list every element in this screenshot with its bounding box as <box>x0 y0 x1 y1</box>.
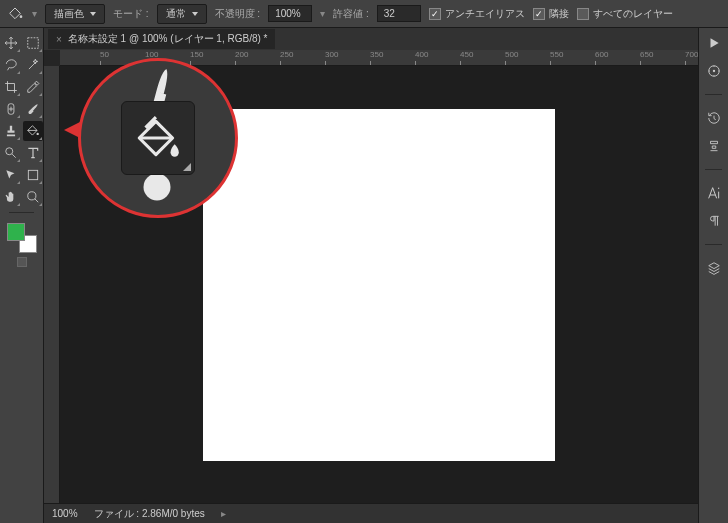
fill-source-dropdown[interactable]: 描画色 <box>45 4 105 24</box>
document-tab[interactable]: × 名称未設定 1 @ 100% (レイヤー 1, RGB/8) * <box>48 29 275 49</box>
all-layers-label: すべてのレイヤー <box>593 7 673 21</box>
status-bar: 100% ファイル : 2.86M/0 bytes ▸ <box>44 503 698 523</box>
type-tool[interactable] <box>23 143 43 163</box>
layers-panel-icon[interactable] <box>705 259 723 277</box>
ruler-tick: 600 <box>595 50 608 59</box>
svg-rect-1 <box>27 38 38 49</box>
path-tool[interactable] <box>1 165 21 185</box>
svg-point-9 <box>144 174 171 201</box>
svg-point-3 <box>36 133 38 135</box>
ruler-tick: 350 <box>370 50 383 59</box>
dodge-tool[interactable] <box>1 143 21 163</box>
color-swatches[interactable] <box>7 223 37 253</box>
opacity-label: 不透明度 : <box>215 7 261 21</box>
tolerance-input[interactable]: 32 <box>377 5 421 22</box>
brush-tool[interactable] <box>23 99 43 119</box>
canvas[interactable] <box>203 109 555 461</box>
play-icon[interactable] <box>705 34 723 52</box>
quick-mask-toggle[interactable] <box>17 257 27 267</box>
zoom-level[interactable]: 100% <box>52 508 78 519</box>
file-info-value: 2.86M/0 bytes <box>142 508 205 519</box>
file-info-label: ファイル : <box>94 508 140 519</box>
paint-bucket-tool[interactable] <box>23 121 43 141</box>
eyedropper-tool[interactable] <box>23 77 43 97</box>
wand-tool[interactable] <box>23 55 43 75</box>
ruler-tick: 450 <box>460 50 473 59</box>
paragraph-panel-icon[interactable] <box>705 212 723 230</box>
zoom-tool[interactable] <box>23 187 43 207</box>
options-bar: ▾ 描画色 モード : 通常 不透明度 : 100% ▾ 許容値 : 32 アン… <box>0 0 728 28</box>
healing-tool[interactable] <box>1 99 21 119</box>
svg-point-8 <box>712 70 714 72</box>
active-tool-indicator[interactable] <box>6 5 24 23</box>
callout-magnifier <box>78 58 238 218</box>
ruler-tick: 550 <box>550 50 563 59</box>
paint-bucket-tool-zoomed <box>121 101 195 175</box>
ruler-tick: 300 <box>325 50 338 59</box>
properties-icon[interactable] <box>705 137 723 155</box>
circle-icon <box>139 169 183 213</box>
shape-tool[interactable] <box>23 165 43 185</box>
character-panel-icon[interactable] <box>705 184 723 202</box>
svg-point-4 <box>5 148 12 155</box>
contiguous-checkbox[interactable] <box>533 8 545 20</box>
right-panel-dock <box>698 28 728 523</box>
marquee-tool[interactable] <box>23 33 43 53</box>
stamp-tool[interactable] <box>1 121 21 141</box>
crop-tool[interactable] <box>1 77 21 97</box>
opacity-input[interactable]: 100% <box>268 5 312 22</box>
ruler-tick: 250 <box>280 50 293 59</box>
lasso-tool[interactable] <box>1 55 21 75</box>
hand-tool[interactable] <box>1 187 21 207</box>
all-layers-checkbox[interactable] <box>577 8 589 20</box>
svg-rect-5 <box>28 170 37 179</box>
move-tool[interactable] <box>1 33 21 53</box>
svg-point-6 <box>27 192 35 200</box>
document-tabs: × 名称未設定 1 @ 100% (レイヤー 1, RGB/8) * <box>44 28 698 50</box>
ruler-tick: 50 <box>100 50 109 59</box>
compass-icon[interactable] <box>705 62 723 80</box>
ruler-tick: 200 <box>235 50 248 59</box>
foreground-swatch[interactable] <box>7 223 25 241</box>
history-icon[interactable] <box>705 109 723 127</box>
mode-label: モード : <box>113 7 149 21</box>
contiguous-label: 隣接 <box>549 7 569 21</box>
antialias-checkbox[interactable] <box>429 8 441 20</box>
toolbox <box>0 28 44 523</box>
tab-title: 名称未設定 1 @ 100% (レイヤー 1, RGB/8) * <box>68 32 268 46</box>
ruler-tick: 700 <box>685 50 698 59</box>
tolerance-label: 許容値 : <box>333 7 369 21</box>
antialias-label: アンチエイリアス <box>445 7 525 21</box>
svg-point-0 <box>20 15 23 18</box>
mode-dropdown[interactable]: 通常 <box>157 4 207 24</box>
ruler-tick: 500 <box>505 50 518 59</box>
ruler-tick: 650 <box>640 50 653 59</box>
ruler-tick: 150 <box>190 50 203 59</box>
ruler-tick: 400 <box>415 50 428 59</box>
ruler-vertical[interactable] <box>44 66 60 503</box>
